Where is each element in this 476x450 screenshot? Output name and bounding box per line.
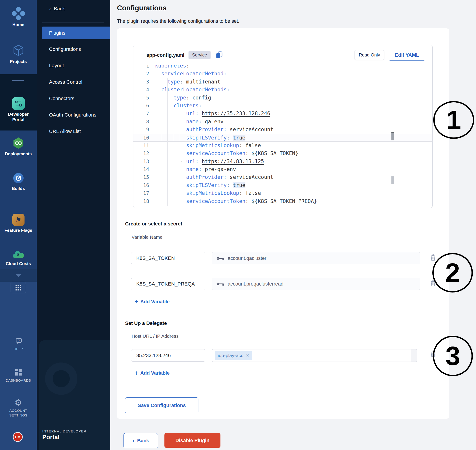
nav-item-configurations[interactable]: Configurations	[37, 45, 110, 54]
sidebar-item-label: ACCOUNT SETTINGS	[6, 408, 30, 418]
sidebar-item-projects[interactable]: Projects	[0, 44, 37, 64]
nav-footer-ring-hole	[53, 370, 70, 387]
add-delegate-variable-link[interactable]: + Add Variable	[135, 370, 170, 376]
code-text: - url: https://35.233.128.246	[155, 110, 270, 118]
rail-collapse-chevron-icon[interactable]	[16, 274, 21, 277]
delegate-tag-chip[interactable]: idp-play-acc ✕	[215, 351, 252, 360]
sidebar-item-label: Projects	[0, 59, 37, 64]
chevron-left-icon: ‹	[133, 438, 135, 443]
code-line: 6 clusters:	[133, 102, 432, 110]
user-avatar[interactable]: HM	[13, 432, 23, 442]
line-number: 2	[133, 70, 155, 78]
back-button[interactable]: ‹ Back	[123, 433, 158, 448]
line-number: 1	[133, 65, 155, 70]
host-url-input[interactable]	[131, 349, 205, 361]
sidebar-item-feature-flags[interactable]: ⚑ Feature Flags	[0, 213, 37, 233]
code-line: 18 serviceAccountToken: ${K8S_SA_TOKEN_P…	[133, 197, 432, 205]
nav-item-connectors[interactable]: Connectors	[37, 94, 110, 103]
code-text: skipMetricsLookup: false	[155, 189, 261, 197]
line-number: 4	[133, 86, 155, 94]
projects-cube-icon	[0, 44, 37, 57]
nav-item-access-control[interactable]: Access Control	[37, 78, 110, 87]
code-line: 16 skipTLSVerify: true	[133, 181, 432, 189]
dashboards-icon	[0, 368, 37, 376]
sidebar-item-account-settings[interactable]: ⚙ ACCOUNT SETTINGS	[0, 398, 37, 418]
edit-yaml-button[interactable]: Edit YAML	[389, 50, 425, 60]
line-number: 10	[133, 134, 155, 141]
sidebar-item-label: Cloud Costs	[0, 261, 37, 266]
line-number: 3	[133, 78, 155, 86]
secret-select-1[interactable]: account.qacluster	[212, 252, 420, 264]
add-variable-link[interactable]: + Add Variable	[135, 299, 170, 305]
code-line: 11 skipMetricsLookup: false	[133, 142, 432, 149]
yaml-editor-card: app-config.yaml Service Read Only Edit Y…	[133, 45, 433, 208]
code-text: kubernetes:	[155, 65, 189, 70]
code-line: 12 serviceAccountToken: ${K8S_SA_TOKEN}	[133, 149, 432, 157]
code-text: authProvider: serviceAccount	[155, 125, 273, 133]
yaml-code-viewport[interactable]: 1kubernetes:2 serviceLocatorMethod:3 typ…	[133, 65, 432, 208]
sidebar-item-label: Deployments	[0, 151, 37, 157]
sidebar-item-dashboards[interactable]: DASHBOARDS	[0, 368, 37, 383]
yaml-filename: app-config.yaml	[147, 52, 184, 58]
sidebar-item-developer-portal[interactable]: Developer Portal	[0, 97, 37, 122]
developer-portal-icon	[0, 97, 37, 110]
secret-select-2[interactable]: account.preqaclusterread	[212, 278, 420, 290]
key-icon	[216, 256, 224, 260]
line-number: 8	[133, 118, 155, 125]
editor-overview-ruler	[391, 65, 391, 208]
delegate-section-heading: Set Up a Delegate	[125, 320, 167, 326]
code-line: 5 - type: config	[133, 94, 432, 102]
page: Home Projects	[0, 0, 476, 450]
code-line: 4 clusterLocatorMethods:	[133, 86, 432, 94]
code-text: skipTLSVerify: true	[155, 181, 245, 189]
code-text: serviceAccountToken: ${K8S_SA_TOKEN}	[155, 149, 298, 157]
save-configurations-button[interactable]: Save Configurations	[125, 397, 198, 413]
code-text: type: multiTenant	[155, 78, 220, 86]
copy-icon[interactable]	[216, 51, 223, 59]
feature-flags-icon: ⚑	[0, 213, 37, 226]
code-text: serviceAccountToken: ${K8S_SA_TOKEN_PREQ…	[155, 197, 317, 205]
code-text: clusterLocatorMethods:	[155, 86, 230, 94]
variable-name-input-2[interactable]	[131, 278, 205, 290]
sidebar-item-label: Builds	[0, 186, 37, 191]
sidebar-item-help[interactable]: ? HELP	[0, 338, 37, 351]
code-line: 14 name: pre-qa-env	[133, 165, 432, 173]
chip-close-icon[interactable]: ✕	[246, 353, 249, 358]
delegate-tags-field[interactable]: idp-play-acc ✕	[212, 349, 417, 362]
nav-item-plugins-selected[interactable]: Plugins	[42, 27, 110, 39]
line-number: 9	[133, 125, 155, 133]
nav-footer-title: Portal	[42, 434, 60, 441]
add-variable-label: Add Variable	[140, 370, 170, 376]
code-text: skipMetricsLookup: false	[155, 142, 261, 149]
line-number: 14	[133, 165, 155, 173]
host-url-label: Host URL / IP Address	[132, 333, 179, 339]
sidebar-item-label: Feature Flags	[0, 228, 37, 233]
sidebar-item-label: Developer Portal	[5, 112, 32, 122]
module-picker-button[interactable]	[11, 282, 26, 293]
variable-name-input-1[interactable]	[131, 252, 205, 264]
sidebar-item-deployments[interactable]: Deployments	[0, 137, 37, 157]
yaml-editor-header: app-config.yaml Service Read Only Edit Y…	[133, 45, 432, 65]
nav-footer-decoration	[39, 340, 110, 450]
nav-item-layout[interactable]: Layout	[37, 61, 110, 70]
sidebar-item-builds[interactable]: Builds	[0, 172, 37, 191]
line-number: 6	[133, 102, 155, 110]
module-rail: Home Projects	[0, 0, 37, 450]
scrollbar-thumb[interactable]	[391, 133, 394, 140]
nav-item-oauth-configurations[interactable]: OAuth Configurations	[37, 111, 110, 119]
code-line: 7 - url: https://35.233.128.246	[133, 110, 432, 118]
sidebar-item-cloud-costs[interactable]: $ Cloud Costs	[0, 249, 37, 266]
sidebar-item-home[interactable]: Home	[0, 7, 37, 27]
variable-name-label: Variable Name	[132, 234, 162, 240]
back-link[interactable]: ‹ Back	[49, 6, 65, 12]
line-number: 5	[133, 94, 155, 102]
nav-item-url-allow-list[interactable]: URL Allow List	[37, 127, 110, 136]
code-lines: 1kubernetes:2 serviceLocatorMethod:3 typ…	[133, 65, 432, 205]
svg-text:?: ?	[18, 339, 20, 342]
line-number: 7	[133, 110, 155, 118]
nav-divider	[42, 23, 104, 23]
plugin-nav-panel: ‹ Back Plugins ConfigurationsLayoutAcces…	[37, 0, 110, 450]
delete-variable-1-button[interactable]	[430, 253, 436, 262]
secret-value: account.qacluster	[228, 255, 266, 261]
disable-plugin-button[interactable]: Disable Plugin	[165, 433, 220, 448]
